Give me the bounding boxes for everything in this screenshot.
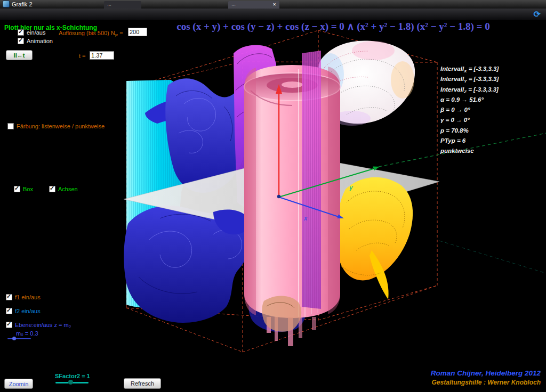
- checkbox-ein-aus[interactable]: ein/aus: [18, 29, 45, 36]
- refresh-button[interactable]: Refresch: [124, 378, 161, 389]
- background-tab-1[interactable]: …: [104, 1, 141, 9]
- checkbox-animation[interactable]: Animation: [18, 38, 53, 44]
- checkbox-achsen[interactable]: Achsen: [49, 186, 78, 192]
- credit-design: Gestaltungshilfe : Werner Knobloch: [431, 379, 541, 386]
- checkbox-label: Box: [23, 186, 33, 192]
- info-line: IntervallY = [-3.3,3.3]: [440, 75, 499, 85]
- background-tab-2[interactable]: … ✕: [228, 1, 279, 9]
- app-icon: [3, 1, 10, 7]
- resolution-label: Auflösung (bis 500) NP =: [59, 30, 123, 38]
- checkbox-faerbung[interactable]: Färbung: listenweise / punktweise: [7, 123, 105, 129]
- info-line: α = 0.9 → 51.6°: [440, 96, 499, 106]
- info-line: p = 70.8%: [440, 127, 499, 137]
- tab-label: …: [231, 1, 236, 9]
- checkbox-f1[interactable]: f1 ein/aus: [6, 294, 41, 300]
- tab-label: …: [107, 1, 111, 9]
- checkbox-f2[interactable]: f2 ein/aus: [6, 308, 41, 314]
- checkbox-label: f1 ein/aus: [15, 294, 41, 300]
- credit-author: Roman Chijner, Heidelberg 2012: [431, 369, 541, 377]
- checkbox-ebene[interactable]: Ebene:ein/aus z = m₀: [6, 322, 71, 328]
- tab-strip: Grafik 2 … … ✕: [0, 0, 546, 9]
- checkbox-mark: [6, 308, 12, 314]
- info-panel: IntervallX = [-3.3,3.3] IntervallY = [-3…: [440, 65, 499, 158]
- m0-slider-track[interactable]: [7, 338, 31, 339]
- checkbox-label: f2 ein/aus: [15, 308, 41, 314]
- checkbox-label: Färbung: listenweise / punktweise: [17, 123, 105, 129]
- sfactor-slider-handle[interactable]: [68, 380, 73, 385]
- m0-slider-handle[interactable]: [12, 337, 16, 340]
- info-line: γ = 0 → 0°: [440, 116, 499, 126]
- m0-label: m₀ = 0.3: [16, 330, 38, 337]
- checkbox-label: Achsen: [58, 186, 78, 192]
- close-tab-icon[interactable]: ✕: [272, 1, 276, 9]
- reload-icon[interactable]: ⟳: [534, 9, 541, 19]
- sfactor-label: SFactor2 = 1: [55, 373, 90, 379]
- checkbox-mark: [18, 38, 24, 44]
- diagonal-guide-line: [439, 241, 546, 273]
- checkbox-mark: [49, 186, 55, 192]
- checkbox-mark: [14, 186, 20, 192]
- zoomin-button[interactable]: Zoomin: [4, 379, 33, 389]
- t-input[interactable]: [90, 51, 114, 60]
- graphics-canvas: x y Plott hier nur als x-Schichtung cos …: [0, 20, 546, 392]
- window-title: Grafik 2: [3, 1, 33, 7]
- t-label: t =: [79, 53, 86, 59]
- credits: Roman Chijner, Heidelberg 2012 Gestaltun…: [431, 369, 541, 386]
- info-line: IntervallZ = [-3.3,3.3]: [440, 86, 499, 96]
- equation-display: cos (x + y) + cos (y − z) + cos (z − x) …: [176, 20, 491, 32]
- resolution-input[interactable]: [128, 28, 147, 36]
- surface-tan: [262, 296, 301, 332]
- pause-t-button[interactable]: II←t: [6, 50, 33, 60]
- checkbox-mark: [6, 322, 12, 328]
- checkbox-mark: [6, 294, 12, 300]
- window-title-text: Grafik 2: [12, 1, 33, 7]
- checkbox-label: Animation: [27, 38, 53, 44]
- info-line: punktweise: [440, 147, 499, 157]
- surface-magenta-stripes: [302, 51, 321, 309]
- checkbox-mark: [18, 29, 24, 36]
- origin-point: [277, 195, 280, 198]
- window-toolbar: ⟳: [0, 9, 546, 21]
- surface-yellow: [336, 177, 413, 299]
- info-line: PTyp = 6: [440, 137, 499, 147]
- checkbox-box[interactable]: Box: [14, 186, 33, 192]
- checkbox-label: ein/aus: [27, 29, 45, 36]
- info-line: β = 0 → 0°: [440, 106, 499, 116]
- info-line: IntervallX = [-3.3,3.3]: [440, 65, 499, 75]
- checkbox-mark: [7, 123, 14, 129]
- x-axis-label: x: [303, 214, 308, 222]
- checkbox-label: Ebene:ein/aus z = m₀: [15, 322, 71, 328]
